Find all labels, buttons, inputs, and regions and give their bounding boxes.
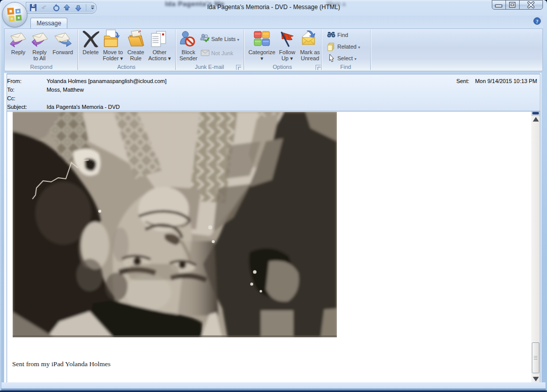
svg-text:?: ?: [536, 19, 538, 24]
